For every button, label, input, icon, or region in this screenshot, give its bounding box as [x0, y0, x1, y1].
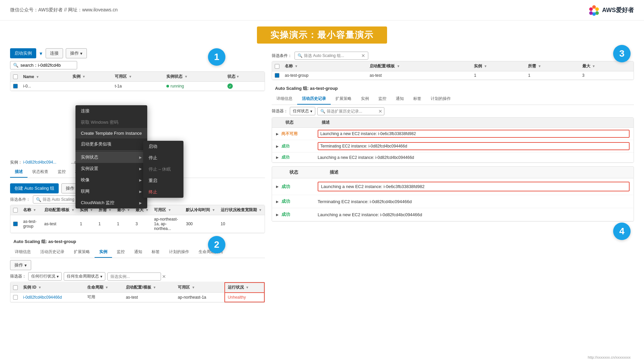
as-tab-instances[interactable]: 实例 [95, 247, 112, 258]
aws-logo-text: AWS爱好者 [602, 6, 634, 14]
r-tab-scale[interactable]: 扩展策略 [331, 94, 356, 105]
right-as-row[interactable]: as-test-group as-test 1 1 3 [272, 71, 634, 80]
instance-filter-input[interactable] [110, 274, 161, 279]
inst-select-all[interactable] [13, 285, 18, 290]
as-select-all[interactable] [13, 208, 18, 213]
submenu-stop[interactable]: 停止 [143, 152, 183, 164]
r-desired-cell: 1 [525, 71, 579, 80]
inst-health-cell: Unhealthy [225, 293, 264, 302]
r-col-template: 启动配置/模板 ▼ [367, 61, 471, 71]
submenu-reboot[interactable]: 重启 [143, 175, 183, 186]
as-tab-history[interactable]: 活动历史记录 [36, 247, 69, 258]
as-table-row[interactable]: as-test-group as-test 1 1 1 3 ap-northea… [10, 215, 265, 233]
menu-create-template[interactable]: Create Template From Instance [75, 128, 147, 138]
activity-search-input[interactable] [327, 109, 377, 114]
instance-label: 实例： [10, 160, 22, 165]
filter-arrow: ▾ [57, 274, 59, 279]
bottom-row-1[interactable]: ▶ 成功 Launching a new EC2 instance: i-0e6… [272, 178, 634, 195]
left-panel: 1 启动实例 ▾ 连接 操作 ▾ 🔍 [10, 48, 265, 340]
launch-instance-button[interactable]: 启动实例 [10, 48, 36, 58]
col-name: Name ▼ [20, 72, 70, 82]
menu-instance-state[interactable]: 实例状态 ▶ [75, 152, 147, 163]
menu-image[interactable]: 映像 ▶ [75, 174, 147, 186]
create-as-group-button[interactable]: 创建 Auto Scaling 组 [10, 183, 59, 193]
instance-id-link[interactable]: i-0d82fcd4bc094... [23, 160, 56, 165]
right-search-input[interactable] [304, 53, 360, 58]
bottom-expand-1[interactable]: ▶ [276, 185, 279, 188]
menu-launch-more[interactable]: 启动更多类似项 [75, 138, 147, 150]
r-tab-detail[interactable]: 详细信息 [272, 94, 297, 105]
svg-point-5 [589, 7, 593, 11]
activity-row-2[interactable]: ▶ 成功 Terminating EC2 instance: i-0d82fcd… [272, 140, 634, 153]
menu-connect[interactable]: 连接 [75, 105, 147, 117]
activity-status-filter[interactable]: 任何状态 ▾ [290, 107, 315, 115]
bottom-expand-3[interactable]: ▶ [276, 213, 279, 217]
actions-dropdown-arrow: ▾ [80, 51, 83, 56]
as-cooldown-cell: 300 [183, 215, 218, 233]
row-checkbox[interactable] [13, 84, 18, 88]
tab-describe[interactable]: 描述 [10, 167, 28, 178]
bottom-row-3[interactable]: ▶ 成功 Launching a new EC2 instance: i-0d8… [272, 208, 634, 221]
table-row[interactable]: i-0... t-1a running ✓ [10, 82, 265, 91]
r-tab-tags[interactable]: 标签 [409, 94, 426, 105]
activity-filter-row: 筛选器： 任何状态 ▾ 🔍 ✕ [272, 107, 634, 115]
actions-button[interactable]: 操作 ▾ [66, 48, 87, 58]
tab-monitor[interactable]: 监控 [53, 167, 70, 178]
as-tab-tags[interactable]: 标签 [147, 247, 164, 258]
r-tab-monitor[interactable]: 监控 [374, 94, 391, 105]
submenu-start[interactable]: 启动 [143, 141, 183, 152]
filter-arrow-2: ▾ [100, 274, 102, 279]
bottom-desc-1-highlighted: Launching a new EC2 instance: i-0e6c3fb3… [318, 182, 630, 191]
expand-arrow-1[interactable]: ▶ [276, 132, 279, 136]
inst-id-cell: i-0d82fcd4bc094466d [20, 293, 85, 302]
instance-search-input[interactable] [20, 63, 74, 68]
as-row-checkbox[interactable] [13, 222, 18, 226]
as-tab-scheduled[interactable]: 计划的操作 [164, 247, 194, 258]
instance-id-link-2[interactable]: i-0d82fcd4bc094466d [23, 295, 62, 300]
as-tab-notify[interactable]: 通知 [129, 247, 147, 258]
menu-instance-settings[interactable]: 实例设置 ▶ [75, 163, 147, 174]
r-name-cell: as-test-group [282, 71, 367, 80]
launch-dropdown-arrow[interactable]: ▾ [40, 50, 42, 57]
as-tab-monitor[interactable]: 监控 [112, 247, 129, 258]
svg-point-6 [592, 9, 595, 12]
inst-col-lifecycle: 生命周期 ▼ [85, 283, 123, 293]
right-row-checkbox[interactable] [275, 73, 279, 78]
r-tab-history[interactable]: 活动历史记录 [297, 94, 331, 105]
activity-row-1[interactable]: ▶ 尚不可用 Launching a new EC2 instance: i-0… [272, 128, 634, 140]
as-tab-detail[interactable]: 详细信息 [10, 247, 36, 258]
r-template-cell: as-test [367, 71, 471, 80]
bottom-row-2[interactable]: ▶ 成功 Terminating EC2 instance: i-0d82fcd… [272, 195, 634, 208]
right-select-all[interactable] [275, 64, 279, 69]
act-search-clear[interactable]: ✕ [378, 109, 382, 114]
tab-status-check[interactable]: 状态检查 [28, 167, 53, 178]
select-all-checkbox[interactable] [13, 74, 18, 79]
instance-search-bar: 🔍 [10, 61, 77, 69]
r-tab-notify[interactable]: 通知 [391, 94, 409, 105]
expand-arrow-2[interactable]: ▶ [276, 144, 279, 148]
bottom-expand-2[interactable]: ▶ [276, 200, 279, 203]
activity-row-3[interactable]: ▶ 成功 Launching a new EC2 instance: i-0d8… [272, 153, 634, 163]
instance-filter-row: 筛选器： 任何行行状况 ▾ 任何生命周期状态 ▾ ✕ [10, 272, 265, 281]
connect-button[interactable]: 连接 [46, 48, 63, 58]
submenu-terminate[interactable]: 终止 [143, 186, 183, 198]
instance-list-row[interactable]: i-0d82fcd4bc094466d 可用 as-test ap-northe… [10, 293, 264, 302]
r-tab-scheduled[interactable]: 计划的操作 [426, 94, 455, 105]
instance-actions-button[interactable]: 操作 ▾ [10, 260, 31, 270]
instance-filter-clear[interactable]: ✕ [162, 274, 166, 279]
act-status-1: 尚不可用 [281, 131, 315, 137]
inst-row-checkbox[interactable] [13, 295, 18, 300]
inst-col-zone: 可用区 ▼ [175, 283, 225, 293]
menu-network[interactable]: 联网 ▶ [75, 186, 147, 197]
r-tab-instances[interactable]: 实例 [356, 94, 374, 105]
bottom-status-col-header: 状态 [289, 169, 323, 175]
as-min-cell: 1 [114, 215, 133, 233]
right-as-table-section: 名称 ▼ 启动配置/模板 ▼ 实例 ▼ 所需 ▼ 最大 ▼ as-test-gr… [272, 61, 634, 80]
as-tab-scale[interactable]: 扩展策略 [69, 247, 95, 258]
expand-arrow-3[interactable]: ▶ [276, 156, 279, 159]
lifecycle-status-filter[interactable]: 任何行行状况 ▾ [28, 272, 62, 281]
right-search-clear[interactable]: ✕ [361, 53, 365, 58]
menu-cloudwatch[interactable]: CloudWatch 监控 ▶ [75, 197, 147, 208]
lifecycle-state-filter[interactable]: 任何生命周期状态 ▾ [64, 272, 105, 281]
r-col-name: 名称 ▼ [282, 61, 367, 71]
